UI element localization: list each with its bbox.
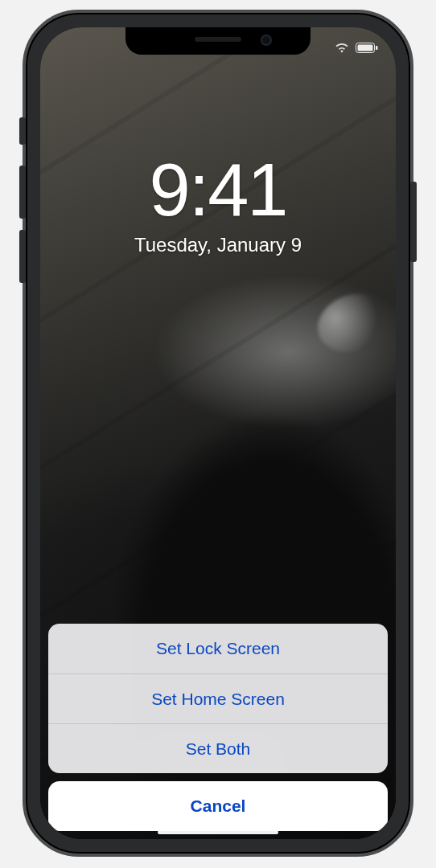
wifi-icon bbox=[335, 43, 349, 53]
front-camera bbox=[261, 35, 272, 46]
volume-up-button[interactable] bbox=[19, 166, 26, 219]
phone-frame: 9:41 Tuesday, January 9 Move & Scale Set… bbox=[23, 10, 413, 857]
phone-screen: 9:41 Tuesday, January 9 Move & Scale Set… bbox=[40, 27, 396, 839]
lockscreen-clock-block: 9:41 Tuesday, January 9 bbox=[40, 148, 396, 256]
cancel-label: Cancel bbox=[191, 796, 246, 816]
home-indicator[interactable] bbox=[158, 830, 278, 834]
action-sheet-options: Set Lock Screen Set Home Screen Set Both bbox=[48, 624, 388, 773]
svg-rect-2 bbox=[376, 46, 378, 50]
notch bbox=[125, 27, 311, 55]
side-button[interactable] bbox=[410, 182, 417, 262]
earpiece-speaker bbox=[195, 37, 241, 42]
cancel-button[interactable]: Cancel bbox=[48, 781, 388, 831]
action-sheet-cancel-group: Cancel bbox=[48, 781, 388, 831]
option-label: Set Home Screen bbox=[151, 690, 285, 709]
option-label: Set Lock Screen bbox=[156, 639, 280, 658]
set-lock-screen-button[interactable]: Set Lock Screen bbox=[48, 624, 388, 674]
option-label: Set Both bbox=[186, 739, 251, 759]
lockscreen-date: Tuesday, January 9 bbox=[40, 234, 396, 256]
set-both-button[interactable]: Set Both bbox=[48, 723, 388, 773]
svg-rect-1 bbox=[358, 44, 373, 51]
action-sheet: Set Lock Screen Set Home Screen Set Both… bbox=[48, 624, 388, 831]
set-home-screen-button[interactable]: Set Home Screen bbox=[48, 674, 388, 723]
volume-down-button[interactable] bbox=[19, 230, 26, 283]
mute-switch[interactable] bbox=[19, 117, 26, 145]
battery-icon bbox=[356, 43, 378, 53]
lockscreen-time: 9:41 bbox=[40, 148, 396, 232]
